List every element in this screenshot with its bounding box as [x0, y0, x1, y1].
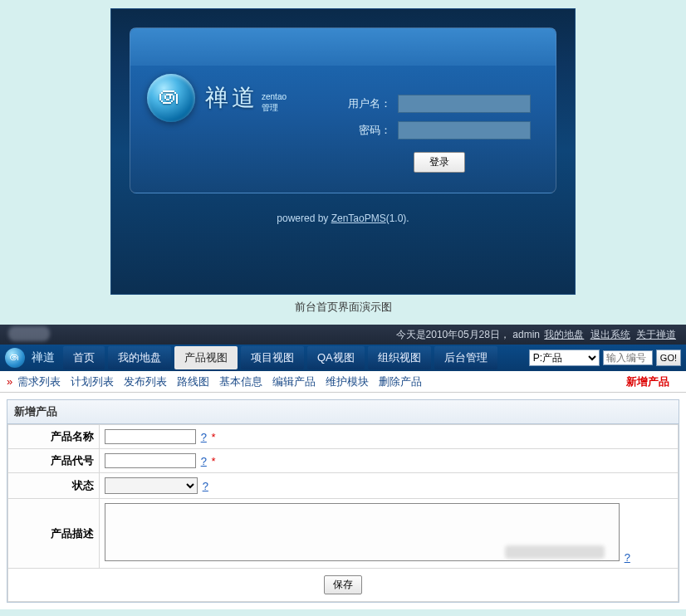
- sub-nav: » 需求列表计划列表发布列表路线图基本信息编辑产品维护模块删除产品 新增产品: [0, 371, 686, 393]
- panel-title: 新增产品: [7, 400, 679, 424]
- nav-item-0[interactable]: 首页: [63, 346, 105, 369]
- search-id-input[interactable]: [603, 350, 653, 365]
- nav-brand: 禅道: [32, 350, 55, 365]
- select-status[interactable]: [105, 477, 198, 494]
- topbar-blur: [8, 326, 50, 341]
- subnav-action-add[interactable]: 新增产品: [626, 374, 669, 389]
- help-name[interactable]: ?: [201, 431, 207, 443]
- powered-by: powered by ZenTaoPMS(1.0).: [111, 213, 575, 224]
- topbar-link-dashboard[interactable]: 我的地盘: [544, 329, 584, 340]
- help-code[interactable]: ?: [201, 455, 207, 467]
- brand-main: 禅道: [205, 82, 258, 114]
- subnav-item-7[interactable]: 删除产品: [379, 375, 422, 388]
- topbar-date: 今天是2010年05月28日，: [396, 329, 510, 340]
- logo-icon: ෧: [147, 74, 195, 122]
- logo-area: ෧ 禅道 zentao 管理: [147, 74, 287, 122]
- subnav-item-4[interactable]: 基本信息: [219, 375, 262, 388]
- caret-icon: »: [7, 375, 12, 388]
- required-mark: *: [211, 431, 215, 443]
- topbar-user: admin: [512, 329, 540, 340]
- main-nav: ෧ 禅道 首页我的地盘产品视图项目视图QA视图组织视图后台管理 P:产品 GO!: [0, 345, 686, 371]
- powered-prefix: powered by: [277, 213, 331, 224]
- brand-sub: 管理: [262, 102, 287, 114]
- go-button[interactable]: GO!: [656, 350, 681, 366]
- label-status: 状态: [8, 473, 100, 499]
- password-label: 密码：: [348, 123, 398, 138]
- login-window: ෧ 禅道 zentao 管理 用户名： 密码: [110, 8, 576, 295]
- topbar: 今天是2010年05月28日， admin 我的地盘 退出系统 关于禅道: [0, 325, 686, 345]
- login-header-band: [130, 28, 556, 66]
- product-form: 产品名称 ? * 产品代号 ? *: [7, 424, 679, 602]
- login-demo-area: ෧ 禅道 zentao 管理 用户名： 密码: [0, 0, 686, 315]
- login-panel: ෧ 禅道 zentao 管理 用户名： 密码: [130, 27, 556, 193]
- login-caption: 前台首页界面演示图: [0, 300, 686, 315]
- required-mark: *: [211, 455, 215, 467]
- nav-item-5[interactable]: 组织视图: [368, 346, 431, 369]
- admin-app: 今天是2010年05月28日， admin 我的地盘 退出系统 关于禅道 ෧ 禅…: [0, 325, 686, 609]
- login-form: 用户名： 密码： 登录: [348, 95, 531, 173]
- product-select[interactable]: P:产品: [529, 350, 600, 366]
- help-desc[interactable]: ?: [625, 551, 630, 564]
- login-button[interactable]: 登录: [414, 152, 465, 173]
- form-panel: 新增产品 产品名称 ? * 产品代号: [7, 399, 679, 603]
- help-status[interactable]: ?: [203, 480, 208, 492]
- nav-item-2[interactable]: 产品视图: [174, 346, 238, 369]
- nav-item-4[interactable]: QA视图: [307, 346, 365, 369]
- username-label: 用户名：: [348, 96, 398, 111]
- input-product-code[interactable]: [105, 453, 196, 468]
- powered-link[interactable]: ZenTaoPMS: [331, 213, 386, 224]
- label-desc: 产品描述: [8, 499, 100, 569]
- password-input[interactable]: [398, 121, 531, 139]
- username-input[interactable]: [398, 95, 531, 113]
- subnav-item-6[interactable]: 维护模块: [326, 375, 369, 388]
- nav-logo-icon: ෧: [5, 348, 25, 368]
- subnav-item-0[interactable]: 需求列表: [17, 375, 61, 388]
- subnav-item-1[interactable]: 计划列表: [71, 375, 114, 388]
- label-name: 产品名称: [8, 425, 100, 449]
- label-code: 产品代号: [8, 449, 100, 473]
- subnav-item-3[interactable]: 路线图: [177, 375, 209, 388]
- input-product-name[interactable]: [105, 429, 196, 444]
- content: 新增产品 产品名称 ? * 产品代号: [0, 393, 686, 609]
- nav-item-1[interactable]: 我的地盘: [108, 346, 171, 369]
- brand-en: zentao: [262, 92, 287, 101]
- powered-suffix: (1.0).: [386, 213, 409, 224]
- subnav-item-2[interactable]: 发布列表: [124, 375, 167, 388]
- textarea-blur: [505, 545, 605, 559]
- save-button[interactable]: 保存: [324, 575, 362, 594]
- topbar-link-logout[interactable]: 退出系统: [590, 329, 630, 340]
- topbar-link-about[interactable]: 关于禅道: [636, 329, 676, 340]
- subnav-item-5[interactable]: 编辑产品: [272, 375, 316, 388]
- nav-item-6[interactable]: 后台管理: [434, 346, 497, 369]
- nav-item-3[interactable]: 项目视图: [241, 346, 304, 369]
